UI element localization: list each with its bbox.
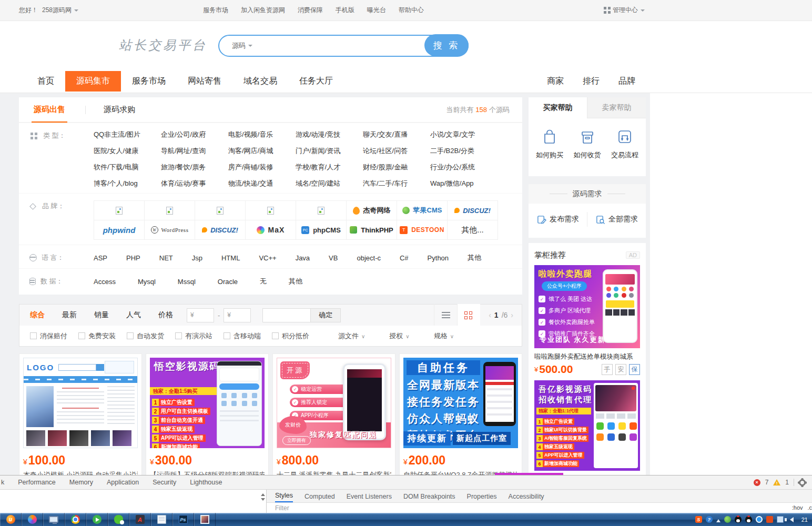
download-flag-icon[interactable] xyxy=(766,516,773,523)
taskbar-notepad[interactable] xyxy=(151,513,172,526)
dropdown-license[interactable]: 授权∨ xyxy=(389,331,409,341)
type-filter-link[interactable]: 论坛/社区/问答 xyxy=(363,146,430,156)
devtools-tab-fragment[interactable]: k xyxy=(1,479,4,486)
type-filter-link[interactable]: QQ非主流/图片 xyxy=(94,130,161,139)
next-page-arrow[interactable]: › xyxy=(511,311,513,319)
nav-item[interactable]: 源码集市 xyxy=(65,71,121,92)
type-filter-link[interactable]: 房产/商铺/装修 xyxy=(228,163,296,172)
price-max-input[interactable]: ¥ xyxy=(224,308,251,322)
language-filter-link[interactable]: VC++ xyxy=(259,254,276,262)
product-card[interactable]: 开源 ✓稳定运营 ✓推荐人锁定 ✓APP/小程序 ✓持续更新 发财价 独家修复匹… xyxy=(272,353,395,485)
sort-option[interactable]: 最新 xyxy=(62,310,77,320)
taskbar-chrome[interactable] xyxy=(65,513,86,526)
type-filter-link[interactable]: 物流/快递/交通 xyxy=(228,179,296,188)
brand-cell-thinkphp[interactable]: ThinkPHP xyxy=(347,220,397,240)
publish-demand-button[interactable]: 发布需求 xyxy=(529,212,587,227)
nav-right-item[interactable]: 排行 xyxy=(583,76,600,87)
taskbar-media-player[interactable] xyxy=(86,513,108,526)
admin-center-link[interactable]: 管理中心 xyxy=(604,6,645,15)
taskbar-firefox[interactable] xyxy=(22,513,43,526)
green-plugin-icon[interactable] xyxy=(724,516,731,523)
brand-cell-broken[interactable] xyxy=(246,201,296,220)
sort-option[interactable]: 销量 xyxy=(94,310,109,320)
type-filter-link[interactable]: 行业/办公/系统 xyxy=(430,163,498,172)
help-how-to-receive[interactable]: 如何收货 xyxy=(574,128,601,160)
sogou-input-icon[interactable]: S xyxy=(695,516,702,523)
devtools-tab-memory[interactable]: Memory xyxy=(69,479,93,486)
type-filter-link[interactable]: 旅游/餐饮/票务 xyxy=(161,163,228,172)
language-filter-link[interactable]: HTML xyxy=(221,254,240,262)
product-card[interactable]: 自助任务 全网最新版本接任务发任务仿众人帮蚂蚁帮扶任务平台 持续更新 新起点工作… xyxy=(399,353,522,485)
brand-cell-broken[interactable] xyxy=(296,201,347,220)
type-filter-link[interactable]: 财经/股票/金融 xyxy=(363,163,430,172)
ad-title[interactable]: 啦啦跑腿外卖配送抢单模块商城系 xyxy=(534,352,640,361)
list-view-button[interactable] xyxy=(434,304,457,326)
devtools-elements-pane[interactable] xyxy=(0,490,266,513)
price-min-input[interactable]: ¥ xyxy=(187,308,214,322)
tab-dom-breakpoints[interactable]: DOM Breakpoints xyxy=(403,493,455,502)
brand-cell-discuz[interactable]: DISCUZ! xyxy=(448,201,498,220)
type-filter-link[interactable]: 聊天/交友/直播 xyxy=(363,130,430,139)
brand-cell-discuz-2[interactable]: DISCUZ! xyxy=(195,220,246,240)
site-name-link[interactable]: 258源码网 xyxy=(42,6,72,15)
tab-styles[interactable]: Styles xyxy=(275,492,293,502)
help-trade-flow[interactable]: 交易流程 xyxy=(611,128,638,160)
taskbar-adobe[interactable]: A xyxy=(129,513,151,526)
checkbox-escrow[interactable]: 消保赔付 xyxy=(30,331,67,341)
brand-cell-broken[interactable] xyxy=(94,201,145,220)
type-filter-link[interactable]: 游戏/动漫/竞技 xyxy=(296,130,363,139)
all-demands-button[interactable]: 全部需求 xyxy=(587,212,646,227)
type-filter-link[interactable]: 汽车/二手/车行 xyxy=(363,179,430,188)
nav-right-item[interactable]: 商家 xyxy=(547,76,564,87)
ad-banner-movie[interactable]: 吾亿影视源码招收销售代理 独家：全勤1:1代理 1独立广告设置 2独家UI可以切… xyxy=(534,380,640,471)
utility-link[interactable]: 服务市场 xyxy=(203,6,228,15)
brand-cell-broken[interactable] xyxy=(145,201,195,220)
language-filter-link[interactable]: Java xyxy=(296,254,310,262)
dropdown-source-file[interactable]: 源文件∨ xyxy=(338,331,365,341)
sort-option[interactable]: 综合 xyxy=(30,310,45,320)
brand-cell-applecms[interactable]: 苹果CMS xyxy=(397,201,448,220)
checkbox-auto-delivery[interactable]: 自动发货 xyxy=(127,331,164,341)
sort-option[interactable]: 人气 xyxy=(126,310,141,320)
scroll-up-icon[interactable] xyxy=(261,491,265,496)
tab-computed[interactable]: Computed xyxy=(304,493,335,502)
language-filter-link[interactable]: VB xyxy=(329,254,338,262)
brand-cell-phpwind[interactable]: phpwind xyxy=(94,220,145,240)
brand-cell-other[interactable]: 其他... xyxy=(448,220,498,240)
devtools-tab-lighthouse[interactable]: Lighthouse xyxy=(190,479,222,486)
tab-accessibility[interactable]: Accessibility xyxy=(509,493,544,502)
nav-right-item[interactable]: 品牌 xyxy=(618,76,635,87)
tab-event-listeners[interactable]: Event Listeners xyxy=(347,493,392,502)
type-filter-link[interactable]: 医院/女人/健康 xyxy=(94,146,161,156)
type-filter-link[interactable]: 二手/B2B/分类 xyxy=(430,146,498,156)
hov-toggle[interactable]: :hov xyxy=(792,504,803,511)
type-filter-link[interactable]: 域名/空间/建站 xyxy=(296,179,363,188)
help-bubble-icon[interactable]: ? xyxy=(706,516,713,523)
scroll-down-icon[interactable] xyxy=(261,498,265,503)
product-card[interactable]: 悟空影视源码 独家：全勤1:5购买 1独立广告设置 2用户可自主切换模板 3前台… xyxy=(146,353,269,485)
brand-cell-max[interactable]: MaX xyxy=(246,220,296,240)
grid-view-button[interactable] xyxy=(457,304,480,326)
help-how-to-buy[interactable]: 如何购买 xyxy=(536,128,563,160)
taskbar-my-computer[interactable] xyxy=(43,513,65,526)
taskbar-uc-browser[interactable]: u xyxy=(0,513,22,526)
brand-cell-destoon[interactable]: TDESTOON xyxy=(397,220,448,240)
taskbar-photoshop[interactable]: Ps xyxy=(172,513,194,526)
brand-cell-broken[interactable] xyxy=(195,201,246,220)
qq-penguin-icon[interactable] xyxy=(745,516,752,523)
nav-item[interactable]: 域名交易 xyxy=(232,71,288,92)
database-filter-link[interactable]: 其他 xyxy=(289,277,302,286)
devtools-tab-performance[interactable]: Performance xyxy=(18,479,56,486)
devtools-tab-security[interactable]: Security xyxy=(153,479,176,486)
confirm-button[interactable]: 确定 xyxy=(311,308,341,322)
language-filter-link[interactable]: ASP xyxy=(94,254,107,262)
tab-buyer-help[interactable]: 买家帮助 xyxy=(529,97,587,118)
database-filter-link[interactable]: Mysql xyxy=(138,278,156,286)
database-filter-link[interactable]: Oracle xyxy=(218,278,238,286)
search-category-select[interactable]: 源码 xyxy=(219,41,263,50)
gear-icon[interactable] xyxy=(799,479,806,486)
styles-filter-input[interactable]: Filter :hov .cls xyxy=(267,503,812,513)
tab-properties[interactable]: Properties xyxy=(467,493,497,502)
type-filter-link[interactable]: 小说/文章/文学 xyxy=(430,130,498,139)
taskbar-photo-viewer[interactable] xyxy=(194,513,216,526)
